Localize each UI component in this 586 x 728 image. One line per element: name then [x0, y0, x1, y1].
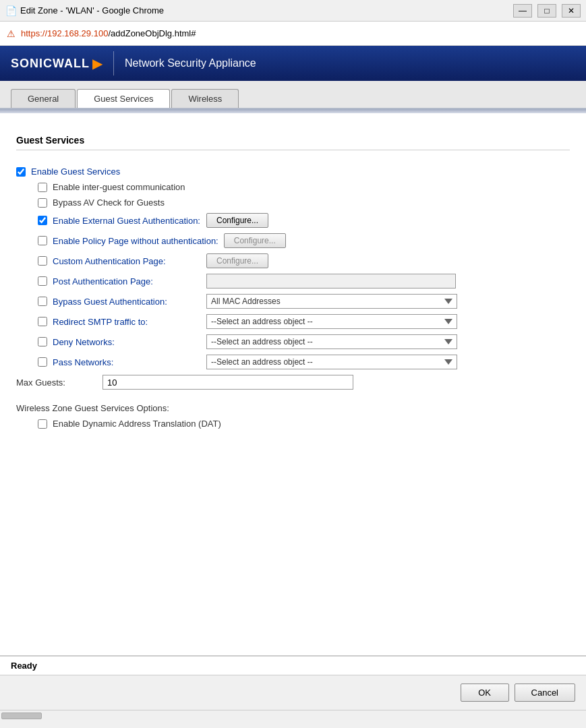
external-auth-configure-button[interactable]: Configure... [206, 213, 268, 228]
app-header: SONICWALL ▶ Network Security Appliance [0, 46, 586, 81]
redirect-smtp-checkbox[interactable] [38, 317, 47, 326]
app-title: Network Security Appliance [125, 57, 256, 69]
close-button[interactable]: ✕ [562, 4, 581, 18]
custom-auth-checkbox[interactable] [38, 256, 47, 266]
tab-wireless[interactable]: Wireless [171, 89, 239, 108]
custom-auth-configure-button[interactable]: Configure... [206, 253, 268, 268]
deny-networks-row: Deny Networks: --Select an address objec… [38, 334, 570, 349]
pass-networks-row: Pass Networks: --Select an address objec… [38, 355, 570, 369]
post-auth-checkbox[interactable] [38, 276, 47, 286]
enable-guest-services-label: Enable Guest Services [31, 166, 120, 177]
post-auth-input[interactable] [206, 274, 456, 289]
enable-guest-services-row: Enable Guest Services [16, 166, 570, 177]
custom-auth-row: Custom Authentication Page: Configure... [38, 253, 570, 268]
decorative-bar [0, 109, 586, 113]
enable-guest-services-checkbox[interactable] [16, 167, 26, 177]
minimize-button[interactable]: — [513, 4, 532, 18]
pass-networks-checkbox[interactable] [38, 357, 47, 367]
bypass-guest-auth-row: Bypass Guest Authentication: All MAC Add… [38, 294, 570, 309]
bypass-av-checkbox[interactable] [38, 198, 47, 208]
inter-guest-row: Enable inter-guest communication [38, 182, 570, 192]
window-controls: — □ ✕ [513, 4, 581, 18]
pass-networks-label: Pass Networks: [53, 357, 201, 367]
post-auth-label: Post Authentication Page: [53, 276, 201, 286]
policy-page-configure-button[interactable]: Configure... [224, 233, 286, 248]
bypass-auth-select[interactable]: All MAC Addresses None [206, 294, 457, 309]
policy-page-checkbox[interactable] [38, 236, 47, 245]
redirect-smtp-label: Redirect SMTP traffic to: [53, 317, 201, 327]
cancel-button[interactable]: Cancel [515, 684, 575, 702]
bypass-av-label: Bypass AV Check for Guests [53, 198, 165, 208]
tab-guest-services[interactable]: Guest Services [77, 89, 170, 108]
policy-page-row: Enable Policy Page without authenticatio… [38, 233, 570, 248]
logo-text: SONICWALL [11, 57, 90, 71]
bypass-auth-label: Bypass Guest Authentication: [53, 297, 201, 307]
dat-label: Enable Dynamic Address Translation (DAT) [53, 419, 221, 429]
security-warning-icon: ⚠ [7, 28, 16, 39]
url-black-part: /addZoneObjDlg.html# [108, 28, 196, 38]
bypass-auth-checkbox[interactable] [38, 297, 47, 306]
tab-general[interactable]: General [11, 89, 76, 108]
max-guests-label: Max Guests: [16, 377, 97, 388]
deny-networks-label: Deny Networks: [53, 337, 201, 347]
bypass-av-row: Bypass AV Check for Guests [38, 198, 570, 208]
redirect-smtp-row: Redirect SMTP traffic to: --Select an ad… [38, 314, 570, 329]
section-title: Guest Services [16, 135, 570, 150]
logo-arrow-icon: ▶ [92, 55, 102, 71]
redirect-smtp-select[interactable]: --Select an address object -- [206, 314, 457, 329]
inter-guest-checkbox[interactable] [38, 183, 47, 192]
title-bar: 📄 Edit Zone - 'WLAN' - Google Chrome — □… [0, 0, 586, 22]
header-divider [113, 51, 114, 75]
window-title: Edit Zone - 'WLAN' - Google Chrome [20, 5, 513, 16]
scrollbar-thumb[interactable] [1, 712, 42, 719]
deny-networks-select[interactable]: --Select an address object -- [206, 334, 457, 349]
max-guests-row: Max Guests: 10 [16, 375, 570, 390]
status-bar: Ready [0, 655, 586, 675]
url-red-part: https://192.168.29.100 [21, 28, 108, 38]
dat-row: Enable Dynamic Address Translation (DAT) [38, 419, 570, 429]
dat-checkbox[interactable] [38, 419, 47, 429]
restore-button[interactable]: □ [537, 4, 556, 18]
inter-guest-label: Enable inter-guest communication [53, 182, 185, 192]
pass-networks-select[interactable]: --Select an address object -- [206, 355, 457, 369]
ok-button[interactable]: OK [461, 684, 509, 702]
deny-networks-checkbox[interactable] [38, 337, 47, 346]
page-icon: 📄 [5, 5, 16, 16]
form-area: Enable Guest Services Enable inter-guest… [16, 156, 570, 439]
url-display[interactable]: https://192.168.29.100/addZoneObjDlg.htm… [21, 28, 196, 38]
max-guests-input[interactable]: 10 [102, 375, 353, 390]
wireless-zone-label: Wireless Zone Guest Services Options: [16, 403, 570, 413]
address-bar: ⚠ https://192.168.29.100/addZoneObjDlg.h… [0, 22, 586, 46]
external-auth-checkbox[interactable] [38, 216, 47, 225]
sonicwall-logo: SONICWALL ▶ [11, 55, 102, 71]
content-panel: Guest Services Enable Guest Services Ena… [0, 124, 586, 650]
policy-page-label: Enable Policy Page without authenticatio… [53, 236, 218, 246]
status-text: Ready [11, 661, 37, 671]
button-row: OK Cancel [0, 675, 586, 710]
horizontal-scrollbar[interactable] [0, 710, 586, 721]
tabs-row: General Guest Services Wireless [0, 81, 586, 109]
external-auth-label: Enable External Guest Authentication: [53, 216, 201, 226]
external-auth-row: Enable External Guest Authentication: Co… [38, 213, 570, 228]
custom-auth-label: Custom Authentication Page: [53, 256, 201, 266]
post-auth-row: Post Authentication Page: [38, 274, 570, 289]
main-content: General Guest Services Wireless Guest Se… [0, 81, 586, 710]
